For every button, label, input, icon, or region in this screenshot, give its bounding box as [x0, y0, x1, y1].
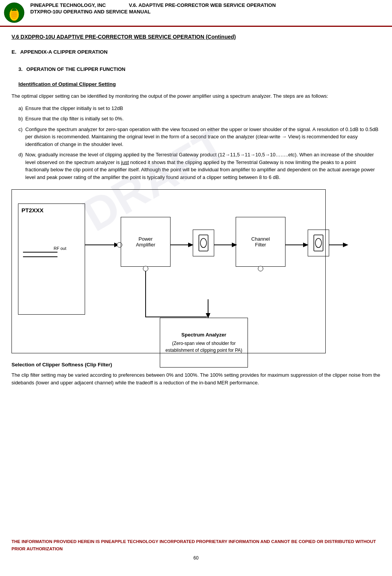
- list-item: b) Ensure that the clip filter is initia…: [11, 115, 381, 123]
- list-content-a: Ensure that the clipper initially is set…: [25, 105, 381, 112]
- arrow-cf-to-filter2: [285, 241, 308, 249]
- list-label-a: a): [11, 105, 25, 112]
- identification-title: Identification of Optimal Clipper Settin…: [18, 81, 116, 87]
- header-text-block: PINEAPPLE TECHNOLOGY, INC V.6. ADAPTIVE …: [30, 2, 276, 15]
- list-content-b: Ensure that the clip filter is initially…: [25, 115, 381, 123]
- section-title: V.6 DXDPRO-10U ADAPTIVE PRE-CORRECTOR WE…: [11, 34, 381, 40]
- appendix-label: E.: [11, 49, 16, 55]
- manual-title: DTXPRO-10U OPERATING AND SERVICE MANUAL: [30, 9, 151, 15]
- appendix-title: APPENDIX-A CLIPPER OPERATION: [20, 49, 108, 55]
- node-under-cf: [258, 266, 263, 271]
- footer: THE INFORMATION PROVIDED HEREIN IS PINEA…: [0, 534, 392, 565]
- company-logo: [4, 2, 25, 23]
- filter-icon-1: [193, 230, 214, 256]
- arrow-pt2xxx-to-pa: [85, 241, 120, 249]
- svg-point-11: [200, 238, 207, 248]
- pt2xxx-box: PT2XXX RF out: [18, 203, 85, 315]
- page-header: PINEAPPLE TECHNOLOGY, INC V.6. ADAPTIVE …: [0, 0, 392, 27]
- list-label-b: b): [11, 115, 25, 123]
- svg-point-17: [315, 238, 321, 248]
- pt2xxx-label: PT2XXX: [21, 207, 44, 213]
- power-amplifier-label2: Amplifier: [136, 242, 156, 248]
- power-amplifier-box: Power Amplifier: [121, 217, 171, 267]
- list-item: d) Now, gradually increase the level of …: [11, 151, 381, 181]
- power-amplifier-label: Power: [139, 236, 153, 242]
- subsection-num: 3.: [18, 66, 23, 72]
- list-label-d: d): [11, 151, 25, 181]
- footer-page: 60: [11, 555, 381, 561]
- sa-subtext: (Zero-span view of shoulder for establis…: [164, 340, 244, 354]
- channel-filter-label: Channel: [251, 236, 270, 242]
- arrow-down-to-sa: [204, 299, 212, 318]
- spectrum-analyzer-box: Spectrum Analyzer (Zero-span view of sho…: [160, 318, 248, 368]
- subsection-title: OPERATION OF THE CLIPPER FUNCTION: [26, 66, 125, 72]
- list-label-c: c): [11, 126, 25, 148]
- node-under-pa: [143, 266, 148, 271]
- rf-out-label: RF out: [54, 246, 66, 251]
- selection-text: The clip filter setting may be varied ac…: [11, 371, 381, 386]
- list-item: a) Ensure that the clipper initially is …: [11, 105, 381, 112]
- footer-disclaimer: THE INFORMATION PROVIDED HEREIN IS PINEA…: [11, 538, 381, 552]
- channel-filter-label2: Filter: [255, 242, 266, 248]
- company-name: PINEAPPLE TECHNOLOGY, INC: [30, 2, 106, 8]
- rf-line-1: [23, 252, 57, 253]
- list-item: c) Configure the spectrum analyzer for z…: [11, 126, 381, 148]
- selection-title: Selection of Clipper Softness (Clip Filt…: [11, 362, 112, 368]
- diagram: PT2XXX RF out Power Amplifier: [18, 196, 319, 345]
- arrow-pa-to-filter1: [171, 241, 194, 249]
- intro-text: The optimal clipper setting can be ident…: [11, 92, 381, 100]
- line-down-from-pa: [145, 271, 146, 317]
- list-content-d: Now, gradually increase the level of cli…: [25, 151, 381, 181]
- channel-filter-box: Channel Filter: [236, 217, 285, 267]
- svg-marker-19: [343, 243, 348, 247]
- sa-title: Spectrum Analyzer: [181, 332, 226, 338]
- rf-line-2: [23, 256, 57, 257]
- main-content: V.6 DXDPRO-10U ADAPTIVE PRE-CORRECTOR WE…: [0, 27, 392, 394]
- list-section: a) Ensure that the clipper initially is …: [11, 105, 381, 181]
- filter-icon-2: [308, 230, 329, 256]
- list-content-c: Configure the spectrum analyzer for zero…: [25, 126, 381, 148]
- section-header-label: V.6. ADAPTIVE PRE-CORRECTOR WEB SERVICE …: [129, 2, 276, 8]
- line-bottom-h: [146, 317, 207, 317]
- arrow-filter1-to-cf: [214, 241, 237, 249]
- arrow-out-right: [329, 241, 348, 249]
